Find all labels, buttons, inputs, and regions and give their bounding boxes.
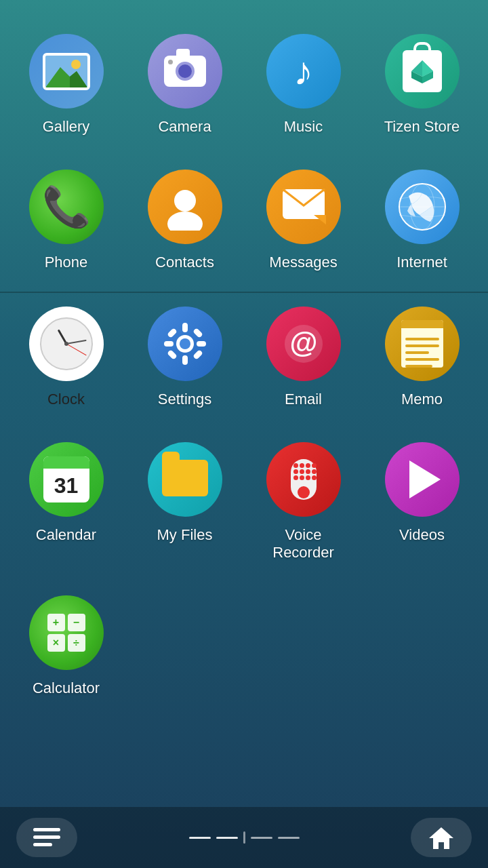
camera-label: Camera bbox=[158, 118, 211, 136]
app-videos[interactable]: Videos bbox=[363, 429, 481, 582]
videos-icon bbox=[385, 442, 460, 517]
tizen-store-label: Tizen Store bbox=[384, 118, 460, 136]
svg-marker-1 bbox=[70, 71, 87, 87]
menu-button[interactable] bbox=[16, 818, 77, 857]
app-memo[interactable]: Memo bbox=[363, 293, 481, 429]
svg-rect-15 bbox=[167, 328, 178, 338]
svg-rect-14 bbox=[197, 341, 206, 347]
internet-label: Internet bbox=[396, 254, 447, 271]
svg-rect-17 bbox=[167, 349, 178, 360]
app-messages[interactable]: Messages bbox=[244, 156, 363, 292]
internet-icon bbox=[385, 170, 460, 244]
camera-icon bbox=[148, 34, 222, 108]
memo-label: Memo bbox=[401, 391, 443, 408]
app-phone[interactable]: 📞 Phone bbox=[7, 156, 125, 292]
calendar-day: 31 bbox=[43, 469, 89, 502]
app-calculator[interactable]: + − × ÷ Calculator bbox=[7, 582, 125, 717]
svg-rect-18 bbox=[192, 349, 203, 360]
svg-rect-21 bbox=[33, 828, 60, 831]
svg-text:@: @ bbox=[289, 327, 317, 359]
music-label: Music bbox=[284, 118, 323, 136]
gallery-icon bbox=[29, 34, 104, 108]
page-dot-4 bbox=[278, 837, 300, 839]
svg-rect-12 bbox=[182, 355, 188, 365]
svg-rect-11 bbox=[182, 323, 188, 332]
svg-rect-23 bbox=[33, 843, 52, 846]
calendar-label: Calendar bbox=[36, 526, 96, 544]
clock-label: Clock bbox=[47, 391, 85, 408]
tizen-store-icon bbox=[385, 34, 460, 108]
svg-rect-16 bbox=[192, 328, 203, 338]
page-indicator bbox=[189, 831, 300, 844]
home-button[interactable] bbox=[411, 818, 472, 857]
app-email[interactable]: @ Email bbox=[244, 293, 363, 429]
bottom-navigation bbox=[0, 807, 488, 868]
messages-icon bbox=[266, 170, 341, 244]
my-files-label: My Files bbox=[157, 526, 213, 544]
app-music[interactable]: ♪ Music bbox=[244, 20, 363, 156]
app-voice-recorder[interactable]: Voice Recorder bbox=[244, 429, 363, 582]
app-internet[interactable]: Internet bbox=[363, 156, 481, 292]
contacts-icon bbox=[148, 170, 222, 244]
app-camera[interactable]: Camera bbox=[125, 20, 244, 156]
settings-label: Settings bbox=[158, 391, 212, 408]
page-dot-2 bbox=[216, 837, 238, 839]
app-gallery[interactable]: Gallery bbox=[7, 20, 125, 156]
svg-point-3 bbox=[167, 212, 203, 231]
app-settings[interactable]: Settings bbox=[125, 293, 244, 429]
app-calendar[interactable]: 31 Calendar bbox=[7, 429, 125, 582]
voice-recorder-label: Voice Recorder bbox=[272, 526, 333, 561]
contacts-label: Contacts bbox=[155, 254, 214, 271]
app-contacts[interactable]: Contacts bbox=[125, 156, 244, 292]
page-dot-1 bbox=[189, 837, 211, 839]
app-my-files[interactable]: My Files bbox=[125, 429, 244, 582]
videos-label: Videos bbox=[399, 526, 445, 544]
phone-icon: 📞 bbox=[29, 170, 104, 244]
calculator-label: Calculator bbox=[33, 679, 100, 697]
page-dot-3 bbox=[251, 837, 272, 839]
voice-recorder-icon bbox=[266, 442, 341, 517]
svg-marker-5 bbox=[314, 215, 326, 224]
calculator-icon: + − × ÷ bbox=[29, 595, 104, 670]
svg-point-2 bbox=[174, 190, 196, 212]
memo-icon bbox=[385, 307, 460, 381]
svg-rect-22 bbox=[33, 835, 60, 839]
page-divider bbox=[243, 831, 245, 844]
messages-label: Messages bbox=[269, 254, 337, 271]
clock-icon bbox=[29, 307, 104, 381]
phone-label: Phone bbox=[45, 254, 88, 271]
gallery-label: Gallery bbox=[43, 118, 90, 136]
settings-icon bbox=[148, 307, 222, 381]
calendar-icon: 31 bbox=[29, 442, 104, 517]
app-tizen-store[interactable]: Tizen Store bbox=[363, 20, 481, 156]
svg-marker-24 bbox=[429, 827, 453, 849]
email-icon: @ bbox=[266, 307, 341, 381]
svg-rect-13 bbox=[164, 341, 174, 347]
email-label: Email bbox=[285, 391, 322, 408]
my-files-icon bbox=[148, 442, 222, 517]
svg-point-10 bbox=[180, 338, 190, 349]
app-clock[interactable]: Clock bbox=[7, 293, 125, 429]
music-icon: ♪ bbox=[266, 34, 341, 108]
